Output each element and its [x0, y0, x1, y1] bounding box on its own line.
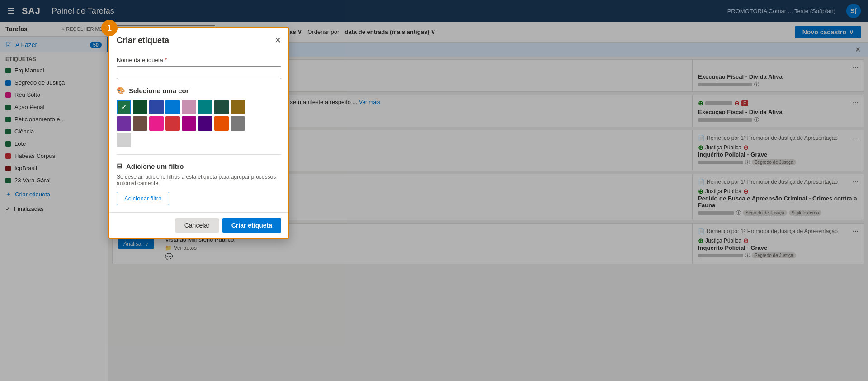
filter-section-title: ⊟ Adicione um filtro — [117, 162, 281, 170]
add-filter-button[interactable]: Adicionar filtro — [117, 192, 169, 205]
color-swatch-blue[interactable] — [165, 100, 180, 114]
color-swatch-teal[interactable]: ✓ — [117, 100, 131, 114]
color-swatch-orange[interactable] — [214, 116, 229, 131]
color-row-3 — [117, 133, 281, 147]
color-swatch-lightgray[interactable] — [117, 133, 131, 147]
color-swatch-red[interactable] — [165, 116, 180, 131]
create-etiqueta-button[interactable]: Criar etiqueta — [222, 218, 281, 233]
filter-icon: ⊟ — [117, 162, 123, 170]
color-swatch-darkgreen[interactable] — [133, 100, 147, 114]
color-section: 🎨 Selecione uma cor ✓ — [117, 86, 281, 147]
color-swatch-hotpink[interactable] — [149, 116, 164, 131]
dialog-footer: Cancelar Criar etiqueta — [109, 212, 288, 238]
dialog-close-btn[interactable]: ✕ — [274, 35, 281, 45]
color-swatch-purple[interactable] — [117, 116, 131, 131]
color-swatch-gold[interactable] — [231, 100, 245, 114]
filter-section: ⊟ Adicione um filtro Se desejar, adicion… — [117, 154, 281, 205]
palette-icon: 🎨 — [117, 86, 125, 95]
color-row-1: ✓ — [117, 100, 281, 114]
color-swatch-teal2[interactable] — [198, 100, 212, 114]
dialog-header: Criar etiqueta ✕ — [109, 28, 288, 49]
cancel-button[interactable]: Cancelar — [175, 218, 219, 233]
color-swatch-brown[interactable] — [133, 116, 147, 131]
color-grid: ✓ — [117, 100, 281, 147]
filter-section-desc: Se desejar, adicione filtros a esta etiq… — [117, 174, 281, 186]
dialog-name-label: Nome da etiqueta * — [117, 57, 281, 63]
required-asterisk: * — [165, 57, 167, 63]
check-icon: ✓ — [121, 104, 127, 111]
dialog-title: Criar etiqueta — [117, 36, 169, 45]
criar-etiqueta-dialog: 1 Criar etiqueta ✕ Nome da etiqueta * 🎨 … — [108, 27, 289, 239]
color-swatch-darkgray[interactable] — [231, 116, 245, 131]
color-swatch-pink[interactable] — [182, 100, 196, 114]
dialog-body: Nome da etiqueta * 🎨 Selecione uma cor ✓ — [109, 49, 288, 212]
color-section-title: 🎨 Selecione uma cor — [117, 86, 281, 95]
color-row-2 — [117, 116, 281, 131]
color-swatch-darkpurple[interactable] — [198, 116, 212, 131]
dialog-step-badge: 1 — [101, 20, 118, 36]
color-swatch-forest[interactable] — [214, 100, 229, 114]
color-swatch-magenta[interactable] — [182, 116, 196, 131]
dialog-name-input[interactable] — [117, 66, 281, 79]
color-swatch-navy[interactable] — [149, 100, 164, 114]
